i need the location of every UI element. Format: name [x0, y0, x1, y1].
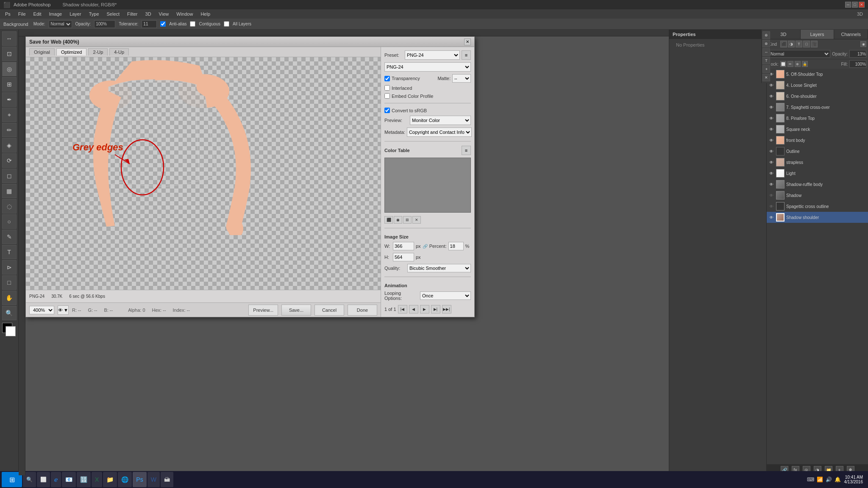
layer-item-front-body[interactable]: 👁 front body [767, 135, 868, 146]
pen-tool[interactable]: ✎ [2, 230, 17, 244]
text-tool[interactable]: T [2, 245, 17, 259]
lock-pixels-btn[interactable]: ✏ [787, 61, 793, 67]
tolerance-input[interactable] [142, 20, 157, 28]
zoom-select[interactable]: 400% 100% 200% 800% [29, 306, 54, 314]
transform-btn-1[interactable]: ⊕ [762, 31, 770, 39]
hand-tool[interactable]: ✋ [2, 291, 17, 305]
transform-btn-2[interactable]: ⊗ [762, 40, 770, 47]
visibility-icon[interactable]: 👁 [768, 115, 774, 121]
visibility-icon[interactable]: 👁 [768, 148, 774, 154]
visibility-icon[interactable]: 👁 [768, 181, 774, 187]
tab-original[interactable]: Original [29, 48, 55, 55]
tab-4up[interactable]: 4-Up [109, 48, 129, 55]
media-btn[interactable]: 🏔 [161, 472, 173, 487]
lock-all-btn[interactable]: 🔒 [802, 61, 808, 67]
embed-color-check[interactable] [384, 93, 390, 99]
anim-prev-button[interactable]: ◀ [409, 305, 418, 313]
save-button[interactable]: Save... [281, 305, 311, 316]
keyboard-icon[interactable]: ⌨ [807, 477, 814, 482]
eyedropper-tool[interactable]: ✒ [2, 92, 17, 107]
visibility-icon[interactable]: 👁 [768, 192, 774, 198]
path-tool[interactable]: ⊳ [2, 260, 17, 274]
color-swatch[interactable] [2, 323, 17, 337]
cancel-button[interactable]: Cancel [314, 305, 344, 316]
volume-icon[interactable]: 🔊 [826, 477, 832, 482]
opacity-input[interactable] [849, 50, 866, 58]
close-button[interactable]: ✕ [859, 2, 865, 8]
anti-alias-check[interactable] [160, 21, 166, 27]
chrome-btn[interactable]: 🌐 [118, 472, 132, 487]
menu-view[interactable]: View [156, 11, 172, 17]
excel-btn[interactable]: X [92, 472, 102, 487]
visibility-icon[interactable]: 👁 [768, 214, 774, 220]
tab-3d[interactable]: 3D [767, 30, 801, 39]
outlook-btn[interactable]: 📧 [62, 472, 76, 487]
tab-channels[interactable]: Channels [834, 30, 868, 39]
visibility-icon[interactable]: 👁 [768, 93, 774, 99]
menu-ps[interactable]: Ps [2, 11, 14, 17]
layers-filter-toggle[interactable]: ◉ [860, 41, 866, 47]
shape-tool[interactable]: □ [2, 275, 17, 290]
maximize-button[interactable]: □ [852, 2, 858, 8]
minimize-button[interactable]: ─ [845, 2, 851, 8]
filter-smart-btn[interactable]: 🎥 [811, 41, 818, 47]
interlaced-check[interactable] [384, 85, 390, 91]
transparency-check[interactable] [384, 76, 390, 81]
layer-item-pinafore[interactable]: 👁 8. Pinafore Top [767, 113, 868, 124]
transform-btn-4[interactable]: T [762, 57, 770, 64]
percent-input[interactable] [448, 242, 464, 250]
tab-layers[interactable]: Layers [801, 30, 835, 39]
lasso-tool[interactable]: ◎ [2, 62, 17, 76]
done-button[interactable]: Done [348, 305, 377, 316]
explorer-btn[interactable]: 📁 [103, 472, 117, 487]
blur-tool[interactable]: ◌ [2, 199, 17, 214]
preview-button[interactable]: Preview... [248, 305, 278, 316]
tab-optimized[interactable]: Optimized [56, 48, 87, 55]
height-input[interactable] [393, 253, 414, 261]
quality-select[interactable]: Bicubic Smoother Bicubic Bicubic Sharper… [407, 264, 471, 272]
menu-image[interactable]: Image [46, 11, 66, 17]
filter-type-btn[interactable]: T [796, 41, 802, 47]
visibility-icon[interactable]: 👁 [768, 104, 774, 110]
healing-tool[interactable]: ⌖ [2, 108, 17, 122]
anim-next-button[interactable]: ▶| [431, 305, 440, 313]
looping-select[interactable]: Once Forever Other... [420, 291, 471, 300]
contiguous-check[interactable] [190, 21, 195, 27]
move-tool[interactable]: ↔ [2, 31, 17, 46]
menu-3d[interactable]: 3D [142, 11, 155, 17]
menu-window[interactable]: Window [173, 11, 196, 17]
dodge-tool[interactable]: ○ [2, 214, 17, 229]
all-layers-check[interactable] [224, 21, 229, 27]
clock[interactable]: 10:41 AM 4/13/2016 [844, 475, 863, 484]
anim-play-button[interactable]: ▶ [420, 305, 429, 313]
clone-tool[interactable]: ◈ [2, 138, 17, 152]
visibility-icon[interactable]: 👁 [768, 126, 774, 132]
layer-item-shadow-ruffle[interactable]: 👁 Shadow-ruffle body [767, 179, 868, 190]
calc-btn[interactable]: 🔢 [77, 472, 91, 487]
notification-icon[interactable]: 🔔 [835, 477, 841, 482]
network-icon[interactable]: 📶 [817, 477, 823, 482]
layer-item-square-neck[interactable]: 👁 Square neck [767, 124, 868, 135]
eraser-tool[interactable]: ◻ [2, 169, 17, 183]
visibility-icon[interactable]: 👁 [768, 159, 774, 165]
menu-select[interactable]: Select [103, 11, 123, 17]
photoshop-btn[interactable]: Ps [133, 472, 146, 487]
layer-item-loose-singlet[interactable]: 👁 4. Loose Singlet [767, 80, 868, 91]
menu-file[interactable]: File [15, 11, 29, 17]
layer-item-shadow[interactable]: 👁 Shadow [767, 190, 868, 201]
menu-filter[interactable]: Filter [124, 11, 141, 17]
ct-add-button[interactable]: ⬛ [384, 216, 393, 224]
ct-web-button[interactable]: ⊞ [403, 216, 412, 224]
preset-select[interactable]: PNG-24 [405, 50, 460, 60]
menu-layer[interactable]: Layer [66, 11, 85, 17]
visibility-icon[interactable]: 👁 [768, 137, 774, 143]
tab-2up[interactable]: 2-Up [88, 48, 108, 55]
color-table-menu-button[interactable]: ≡ [462, 146, 471, 155]
matte-select[interactable]: -- [452, 74, 471, 83]
layer-item-strapless[interactable]: 👁 strapless [767, 157, 868, 168]
gradient-tool[interactable]: ▦ [2, 184, 17, 198]
filter-adjustment-btn[interactable]: ◑ [788, 41, 795, 47]
lock-position-btn[interactable]: ⊕ [795, 61, 801, 67]
word-btn[interactable]: W [147, 472, 160, 487]
history-tool[interactable]: ⟳ [2, 153, 17, 168]
